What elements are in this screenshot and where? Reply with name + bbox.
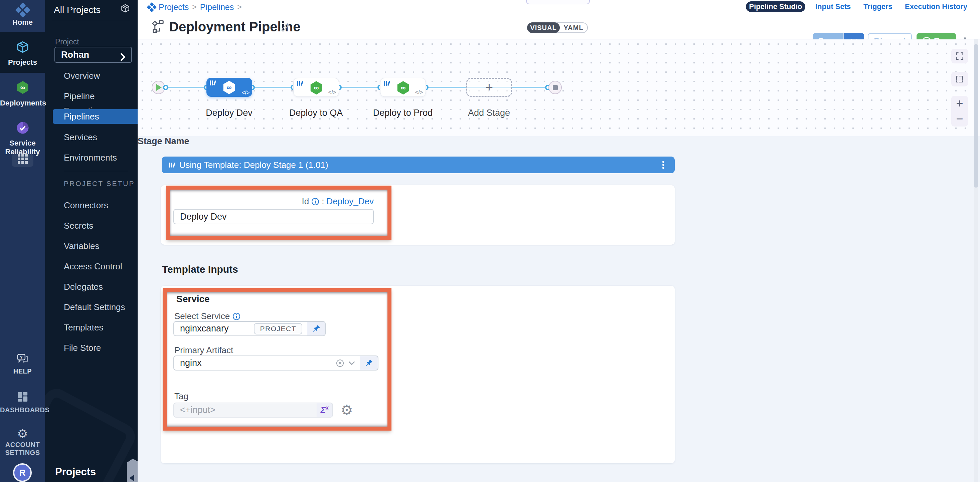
- sidebar-item-connectors[interactable]: Connectors: [45, 198, 138, 212]
- zoom-out-button[interactable]: −: [956, 113, 963, 125]
- breadcrumb: Projects > Pipelines >: [148, 0, 242, 14]
- add-stage-label[interactable]: Add Stage: [449, 108, 529, 118]
- sidebar-footer-title: Projects: [55, 466, 96, 478]
- stage-node-deploy-to-qa[interactable]: ∞ </>: [293, 78, 339, 97]
- service-select-field[interactable]: nginxcanary PROJECT: [173, 321, 307, 336]
- using-template-banner[interactable]: Using Template: Deploy Stage 1 (1.01): [162, 157, 675, 173]
- tag-input[interactable]: [180, 405, 312, 415]
- rail-item-projects[interactable]: Projects: [0, 32, 45, 73]
- sidebar-item-delegates[interactable]: Delegates: [45, 279, 138, 294]
- sidebar-item-environments[interactable]: Environments: [45, 150, 138, 165]
- tab-pipeline-studio[interactable]: Pipeline Studio: [746, 2, 805, 12]
- harness-logo-icon: [15, 2, 30, 17]
- code-icon: </>: [415, 89, 423, 95]
- chevron-right-icon: [119, 51, 127, 66]
- plus-icon: +: [485, 80, 493, 95]
- tag-settings-gear-icon[interactable]: ⚙: [340, 403, 353, 417]
- template-badge-icon: [384, 81, 390, 86]
- sidebar-divider: [52, 21, 130, 21]
- template-badge-icon: [210, 81, 215, 86]
- modules-grid-button[interactable]: [12, 151, 33, 167]
- fullscreen-icon: [955, 52, 964, 60]
- sidebar-collapse-handle[interactable]: [127, 459, 138, 482]
- service-heading: Service: [177, 294, 210, 304]
- info-icon[interactable]: [311, 198, 319, 206]
- rail-item-dashboards[interactable]: DASHBOARDS: [0, 391, 45, 414]
- rail-item-service-reliability[interactable]: Service Reliability: [0, 116, 45, 155]
- all-projects-header[interactable]: All Projects: [54, 5, 100, 15]
- rail-item-account-settings[interactable]: ⚙ ACCOUNT SETTINGS: [0, 428, 45, 457]
- start-play-icon: [156, 84, 162, 91]
- tab-input-sets[interactable]: Input Sets: [815, 2, 851, 12]
- stage-node-deploy-to-prod[interactable]: ∞ </>: [380, 78, 426, 97]
- sidebar-item-access-control[interactable]: Access Control: [45, 259, 138, 274]
- info-icon[interactable]: [232, 312, 240, 320]
- visual-yaml-toggle: VISUAL YAML: [527, 22, 588, 33]
- primary-artifact-value: nginx: [180, 358, 202, 368]
- marquee-selection-icon: [956, 76, 963, 82]
- chevron-down-icon[interactable]: [348, 361, 355, 366]
- sidebar-item-secrets[interactable]: Secrets: [45, 218, 138, 233]
- breadcrumb-separator: >: [237, 3, 242, 12]
- stage-label-deploy-dev[interactable]: Deploy Dev: [189, 108, 269, 118]
- sidebar-item-overview[interactable]: Overview: [45, 68, 138, 83]
- cd-hexagon-icon: ∞: [15, 80, 30, 95]
- sidebar-item-templates[interactable]: Templates: [45, 320, 138, 335]
- pipeline-titlebar: Deployment Pipeline VISUAL YAML Save Dis…: [138, 14, 980, 40]
- stage-label-deploy-to-qa[interactable]: Deploy to QA: [276, 108, 356, 118]
- rail-deployments-label: Deployments: [0, 99, 45, 108]
- breadcrumb-pipelines[interactable]: Pipelines: [200, 2, 234, 12]
- canvas-zoom-controls: + −: [951, 96, 968, 127]
- toggle-visual[interactable]: VISUAL: [527, 22, 560, 33]
- pipeline-canvas[interactable]: ∞ </> ∞ </> ∞ </> +: [138, 40, 980, 136]
- sidebar-item-pipeline-executions[interactable]: Pipeline Executions: [45, 89, 138, 103]
- svg-text:∞: ∞: [20, 84, 25, 91]
- stage-name-input[interactable]: [173, 209, 374, 224]
- sidebar-item-default-settings[interactable]: Default Settings: [45, 300, 138, 314]
- sidebar-item-services[interactable]: Services: [45, 130, 138, 144]
- service-value: nginxcanary: [180, 323, 229, 334]
- pin-icon: [312, 325, 321, 333]
- sidebar-item-variables[interactable]: Variables: [45, 239, 138, 253]
- runtime-input-type-button[interactable]: Σx: [317, 403, 333, 418]
- tag-control: Σx ⚙: [173, 403, 353, 418]
- pipeline-end-node[interactable]: [549, 81, 562, 94]
- scrollbar-thumb[interactable]: [974, 44, 978, 188]
- pipeline-flowchart-icon: [149, 20, 164, 35]
- tag-label: Tag: [174, 391, 188, 401]
- canvas-fullscreen-button[interactable]: [951, 49, 968, 63]
- rail-item-home[interactable]: Home: [0, 0, 45, 32]
- code-icon: </>: [328, 89, 336, 95]
- primary-artifact-field[interactable]: nginx: [173, 355, 360, 371]
- cube-icon: [16, 40, 30, 54]
- pin-service-button[interactable]: [307, 321, 326, 336]
- rail-item-help[interactable]: ? HELP: [0, 353, 45, 375]
- stage-id-value[interactable]: Deploy_Dev: [326, 196, 374, 207]
- service-reliability-icon: [16, 121, 30, 135]
- all-projects-cube-icon[interactable]: [120, 3, 130, 15]
- project-selector[interactable]: Rohan: [54, 47, 132, 63]
- rail-home-label: Home: [0, 18, 45, 27]
- pin-artifact-button[interactable]: [360, 355, 379, 371]
- tab-triggers[interactable]: Triggers: [864, 2, 892, 12]
- user-avatar[interactable]: R: [13, 463, 32, 482]
- zoom-in-button[interactable]: +: [956, 97, 963, 109]
- rail-item-deployments[interactable]: ∞ Deployments: [0, 73, 45, 116]
- project-sidebar: All Projects Project Rohan Overview Pipe…: [45, 0, 138, 482]
- breadcrumb-projects[interactable]: Projects: [159, 2, 189, 12]
- tab-execution-history[interactable]: Execution History: [905, 2, 967, 12]
- edit-pencil-icon[interactable]: [281, 22, 291, 33]
- stage-config-panel: Using Template: Deploy Stage 1 (1.01) St…: [138, 136, 980, 482]
- stage-id-line: Id : Deploy_Dev: [274, 196, 374, 207]
- sidebar-item-file-store[interactable]: File Store: [45, 341, 138, 355]
- clear-icon[interactable]: [336, 359, 344, 368]
- sidebar-item-pipelines[interactable]: Pipelines: [53, 109, 138, 124]
- svg-text:∞: ∞: [226, 84, 231, 91]
- add-stage-button[interactable]: +: [466, 78, 512, 97]
- stage-label-deploy-to-prod[interactable]: Deploy to Prod: [363, 108, 443, 118]
- stage-node-deploy-dev[interactable]: ∞ </>: [207, 78, 252, 97]
- template-options-kebab[interactable]: [660, 160, 667, 170]
- grid-icon: [18, 154, 28, 164]
- toggle-yaml[interactable]: YAML: [555, 22, 588, 33]
- canvas-select-button[interactable]: [951, 72, 968, 86]
